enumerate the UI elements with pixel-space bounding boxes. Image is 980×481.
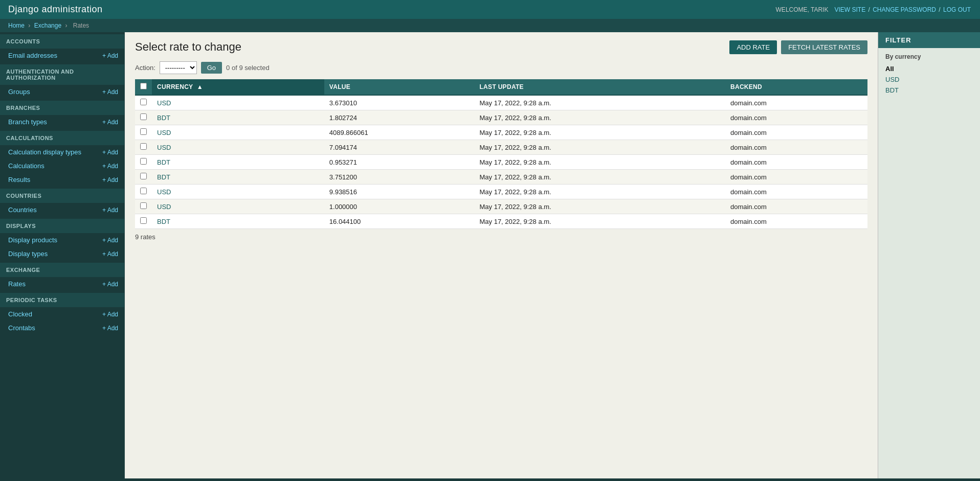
main-layout: ACCOUNTSEmail addresses+ AddAUTHENTICATI… <box>0 32 980 478</box>
col-backend[interactable]: BACKEND <box>725 79 867 95</box>
filter-item-usd[interactable]: USD <box>885 74 973 85</box>
sidebar-item-countries[interactable]: Countries+ Add <box>0 203 124 217</box>
breadcrumb: Home › Exchange › Rates <box>0 19 980 32</box>
value-cell: 1.802724 <box>324 110 475 125</box>
sidebar-link[interactable]: Branch types <box>8 118 47 126</box>
sidebar-link[interactable]: Countries <box>8 206 37 214</box>
sidebar-item-calculations[interactable]: Calculations+ Add <box>0 159 124 173</box>
sidebar-link[interactable]: Display products <box>8 236 57 244</box>
sort-arrow-icon: ▲ <box>197 83 203 90</box>
filter-items: AllUSDBDT <box>885 63 973 96</box>
change-password-link[interactable]: CHANGE PASSWORD <box>873 6 936 13</box>
currency-link[interactable]: BDT <box>157 114 170 122</box>
currency-link[interactable]: USD <box>157 129 171 136</box>
filter-panel: FILTER By currency AllUSDBDT <box>878 32 980 478</box>
sidebar-add-results[interactable]: + Add <box>102 176 118 184</box>
last-update-cell: May 17, 2022, 9:28 a.m. <box>474 95 725 110</box>
last-update-cell: May 17, 2022, 9:28 a.m. <box>474 214 725 229</box>
sidebar-item-calculation-display-types[interactable]: Calculation display types+ Add <box>0 145 124 159</box>
table-body: USD3.673010May 17, 2022, 9:28 a.m.domain… <box>135 95 867 229</box>
col-currency[interactable]: CURRENCY ▲ <box>152 79 324 95</box>
sidebar-add-display-types[interactable]: + Add <box>102 250 118 258</box>
sidebar-section-displays: DISPLAYS <box>0 219 124 233</box>
breadcrumb-exchange[interactable]: Exchange <box>34 22 61 29</box>
sidebar-add-branch-types[interactable]: + Add <box>102 119 118 126</box>
currency-link[interactable]: BDT <box>157 218 170 225</box>
view-site-link[interactable]: VIEW SITE <box>834 6 865 13</box>
result-count: 9 rates <box>135 233 867 241</box>
log-out-link[interactable]: LOG OUT <box>943 6 971 13</box>
select-all-header <box>135 79 152 95</box>
go-button[interactable]: Go <box>201 62 222 74</box>
row-checkbox[interactable] <box>140 188 147 194</box>
sidebar-add-calculations[interactable]: + Add <box>102 163 118 170</box>
sidebar-item-rates[interactable]: Rates+ Add <box>0 277 124 291</box>
currency-link[interactable]: USD <box>157 144 171 151</box>
fetch-rates-button[interactable]: FETCH LATEST RATES <box>781 40 867 54</box>
filter-by-currency: By currency AllUSDBDT <box>878 48 980 101</box>
sidebar-item-display-products[interactable]: Display products+ Add <box>0 233 124 247</box>
row-checkbox[interactable] <box>140 99 147 105</box>
row-checkbox[interactable] <box>140 128 147 135</box>
sidebar-link[interactable]: Calculation display types <box>8 148 81 156</box>
row-checkbox[interactable] <box>140 202 147 209</box>
currency-link[interactable]: USD <box>157 99 171 107</box>
sidebar-link[interactable]: Crontabs <box>8 324 35 332</box>
sidebar-item-email-addresses[interactable]: Email addresses+ Add <box>0 49 124 62</box>
sidebar-add-crontabs[interactable]: + Add <box>102 325 118 332</box>
sidebar-item-groups[interactable]: Groups+ Add <box>0 85 124 99</box>
sidebar-link[interactable]: Results <box>8 176 30 184</box>
currency-link[interactable]: BDT <box>157 173 170 181</box>
table-row: BDT1.802724May 17, 2022, 9:28 a.m.domain… <box>135 110 867 125</box>
welcome-text: WELCOME, TARIK <box>776 6 829 13</box>
sidebar-item-display-types[interactable]: Display types+ Add <box>0 247 124 261</box>
currency-link[interactable]: USD <box>157 188 171 196</box>
sidebar-item-branch-types[interactable]: Branch types+ Add <box>0 115 124 129</box>
sidebar-add-rates[interactable]: + Add <box>102 281 118 288</box>
currency-link[interactable]: BDT <box>157 158 170 166</box>
sidebar-add-display-products[interactable]: + Add <box>102 237 118 244</box>
backend-cell: domain.com <box>725 199 867 214</box>
backend-cell: domain.com <box>725 125 867 140</box>
sidebar-item-results[interactable]: Results+ Add <box>0 173 124 187</box>
sidebar-link[interactable]: Display types <box>8 250 48 258</box>
breadcrumb-rates: Rates <box>73 22 89 29</box>
table-head: CURRENCY ▲ VALUE LAST UPDATE BACKEND <box>135 79 867 95</box>
sidebar-section-exchange: EXCHANGE <box>0 263 124 277</box>
sidebar-link[interactable]: Clocked <box>8 310 32 318</box>
add-rate-button[interactable]: ADD RATE <box>729 40 777 54</box>
sidebar-link[interactable]: Groups <box>8 88 30 96</box>
row-checkbox[interactable] <box>140 158 147 165</box>
row-checkbox[interactable] <box>140 143 147 150</box>
sidebar-add-email-addresses[interactable]: + Add <box>102 52 118 59</box>
sidebar-add-countries[interactable]: + Add <box>102 207 118 214</box>
table-row: USD7.094174May 17, 2022, 9:28 a.m.domain… <box>135 140 867 155</box>
row-checkbox[interactable] <box>140 173 147 179</box>
breadcrumb-home[interactable]: Home <box>8 22 25 29</box>
sidebar-section-auth: AUTHENTICATION AND AUTHORIZATION <box>0 64 124 85</box>
action-toolbar: Action: --------- Go 0 of 9 selected <box>135 61 867 74</box>
filter-item-bdt[interactable]: BDT <box>885 85 973 96</box>
select-all-checkbox[interactable] <box>140 83 147 89</box>
sidebar-item-crontabs[interactable]: Crontabs+ Add <box>0 321 124 335</box>
row-checkbox[interactable] <box>140 217 147 224</box>
value-cell: 7.094174 <box>324 140 475 155</box>
sidebar-link[interactable]: Email addresses <box>8 52 57 59</box>
last-update-cell: May 17, 2022, 9:28 a.m. <box>474 140 725 155</box>
sidebar-section-periodic_tasks: PERIODIC TASKS <box>0 293 124 307</box>
sidebar-add-calculation-display-types[interactable]: + Add <box>102 149 118 156</box>
sidebar-link[interactable]: Calculations <box>8 162 44 170</box>
backend-cell: domain.com <box>725 155 867 170</box>
table-row: USD4089.866061May 17, 2022, 9:28 a.m.dom… <box>135 125 867 140</box>
currency-link[interactable]: USD <box>157 203 171 211</box>
action-label: Action: <box>135 64 155 72</box>
sidebar-add-clocked[interactable]: + Add <box>102 311 118 318</box>
col-last-update[interactable]: LAST UPDATE <box>474 79 725 95</box>
action-select[interactable]: --------- <box>160 61 197 74</box>
sidebar-item-clocked[interactable]: Clocked+ Add <box>0 307 124 321</box>
rates-table: CURRENCY ▲ VALUE LAST UPDATE BACKEND USD… <box>135 79 867 229</box>
col-value[interactable]: VALUE <box>324 79 475 95</box>
sidebar-link[interactable]: Rates <box>8 280 26 288</box>
row-checkbox[interactable] <box>140 113 147 120</box>
sidebar-add-groups[interactable]: + Add <box>102 88 118 96</box>
